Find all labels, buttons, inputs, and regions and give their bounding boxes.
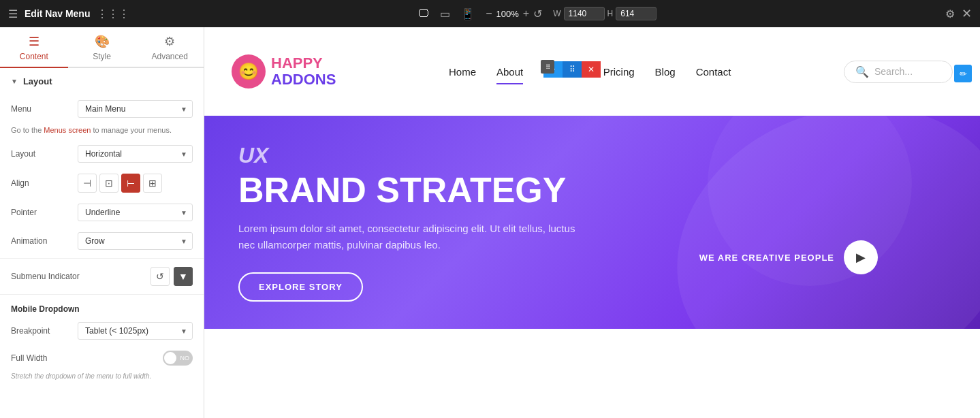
- width-label: W: [553, 9, 560, 18]
- zoom-value: 100%: [496, 9, 519, 19]
- align-row: Align ⊣ ⊡ ⊢ ⊞: [0, 168, 204, 198]
- hero-section: UX BRAND STRATEGY Lorem ipsum dolor sit …: [204, 116, 980, 329]
- mobile-dropdown-title: Mobile Dropdown: [0, 298, 204, 317]
- hint-prefix: Go to the: [11, 126, 44, 134]
- submenu-reset-button[interactable]: ↺: [151, 267, 170, 286]
- pointer-select-wrapper: Underline ▼: [78, 204, 193, 221]
- full-width-row: Full Width NO: [0, 345, 204, 371]
- edit-pen-button[interactable]: ✏: [954, 65, 972, 82]
- advanced-tab-icon: ⚙: [164, 34, 175, 49]
- top-bar-actions: ⚙ ✕: [945, 6, 972, 21]
- zoom-in-button[interactable]: +: [523, 7, 529, 20]
- animation-select-wrapper: Grow ▼: [78, 232, 193, 250]
- align-center-button[interactable]: ⊡: [99, 174, 118, 193]
- full-width-hint: Stretch the dropdown of the menu to full…: [0, 371, 204, 385]
- animation-select[interactable]: Grow: [78, 232, 193, 250]
- nav-item-about[interactable]: About: [496, 63, 523, 80]
- panel-content: ▼ Layout Menu Main Menu ▼ Go to the Menu…: [0, 68, 204, 385]
- align-buttons: ⊣ ⊡ ⊢ ⊞: [78, 174, 162, 193]
- layout-label: Layout: [11, 149, 72, 159]
- nav-item-contact[interactable]: Contact: [696, 63, 731, 80]
- mobile-device-icon[interactable]: 📱: [461, 7, 475, 20]
- tab-advanced-label: Advanced: [151, 52, 187, 61]
- full-width-toggle[interactable]: NO: [163, 351, 193, 366]
- hero-ux: UX: [238, 143, 946, 168]
- align-label: Align: [11, 178, 72, 188]
- layout-select[interactable]: Horizontal: [78, 145, 193, 163]
- pointer-select[interactable]: Underline: [78, 204, 193, 221]
- height-label: H: [607, 9, 614, 18]
- search-box[interactable]: 🔍 Search...: [844, 61, 953, 83]
- layout-section-header[interactable]: ▼ Layout: [0, 68, 204, 95]
- align-left-button[interactable]: ⊣: [78, 174, 97, 193]
- submenu-type-button[interactable]: ▼: [174, 267, 193, 286]
- tablet-device-icon[interactable]: ▭: [440, 7, 450, 20]
- content-tab-icon: ☰: [29, 34, 39, 49]
- search-icon: 🔍: [855, 65, 869, 78]
- nav-item-blog[interactable]: Blog: [655, 63, 676, 80]
- widget-move-button[interactable]: ⠿: [563, 61, 582, 78]
- breakpoint-select[interactable]: Tablet (< 1025px): [78, 322, 193, 340]
- search-placeholder: Search...: [874, 66, 913, 77]
- layout-row: Layout Horizontal ▼: [0, 140, 204, 168]
- grid-icon[interactable]: ⋮⋮⋮: [97, 7, 129, 20]
- align-right-button[interactable]: ⊢: [121, 174, 140, 193]
- hint-suffix: to manage your menus.: [91, 126, 172, 134]
- logo-area: 😊 HAPPY ADDONS: [232, 54, 336, 89]
- tab-content-label: Content: [20, 52, 48, 61]
- zoom-out-button[interactable]: −: [486, 7, 492, 20]
- breakpoint-label: Breakpoint: [11, 326, 72, 336]
- logo-icon: 😊: [232, 54, 266, 89]
- height-input[interactable]: [616, 7, 657, 20]
- widget-delete-button[interactable]: ✕: [582, 61, 601, 78]
- submenu-row: Submenu Indicator ↺ ▼: [0, 261, 204, 291]
- explore-story-button[interactable]: EXPLORE STORY: [238, 272, 363, 302]
- divider-1: [0, 258, 204, 259]
- pointer-label: Pointer: [11, 208, 72, 217]
- main-layout: ☰ Content 🎨 Style ⚙ Advanced ▼ Layout Me…: [0, 27, 980, 418]
- menu-select-wrapper: Main Menu ▼: [78, 100, 193, 118]
- zoom-refresh-button[interactable]: ↺: [533, 7, 542, 20]
- toggle-no-label: NO: [180, 355, 190, 361]
- tab-style-label: Style: [93, 52, 111, 61]
- menus-screen-link[interactable]: Menus screen: [44, 126, 91, 134]
- top-bar-title: Edit Nav Menu: [25, 8, 90, 19]
- style-tab-icon: 🎨: [95, 34, 110, 49]
- logo-text: HAPPY ADDONS: [271, 55, 336, 88]
- pointer-row: Pointer Underline ▼: [0, 198, 204, 227]
- align-justify-button[interactable]: ⊞: [143, 174, 162, 193]
- layout-section-title: Layout: [23, 76, 52, 86]
- tab-style[interactable]: 🎨 Style: [68, 27, 136, 68]
- tab-content[interactable]: ☰ Content: [0, 27, 68, 68]
- widget-handle[interactable]: ⠿: [541, 60, 554, 74]
- full-width-label: Full Width: [11, 353, 157, 363]
- play-label: WE ARE CREATIVE PEOPLE: [699, 253, 834, 263]
- nav-item-home[interactable]: Home: [449, 63, 476, 80]
- settings-icon[interactable]: ⚙: [945, 7, 955, 20]
- top-bar: ☰ Edit Nav Menu ⋮⋮⋮ 🖵 ▭ 📱 − 100% + ↺ W H…: [0, 0, 980, 27]
- divider-2: [0, 294, 204, 295]
- panel-tabs: ☰ Content 🎨 Style ⚙ Advanced: [0, 27, 204, 68]
- hero-title: BRAND STRATEGY: [238, 171, 946, 210]
- tab-advanced[interactable]: ⚙ Advanced: [136, 27, 204, 68]
- logo-happy: HAPPY: [271, 55, 336, 71]
- submenu-label: Submenu Indicator: [11, 272, 145, 281]
- logo-addons: ADDONS: [271, 71, 336, 88]
- nav-item-pricing[interactable]: Pricing: [603, 63, 635, 80]
- hamburger-icon[interactable]: ☰: [8, 7, 18, 20]
- animation-label: Animation: [11, 236, 72, 246]
- close-icon[interactable]: ✕: [962, 6, 972, 21]
- layout-select-wrapper: Horizontal ▼: [78, 145, 193, 163]
- width-input[interactable]: [564, 7, 605, 20]
- logo-emoji: 😊: [238, 62, 259, 81]
- desktop-device-icon[interactable]: 🖵: [418, 7, 429, 20]
- zoom-controls: − 100% + ↺: [486, 7, 542, 20]
- left-panel: ☰ Content 🎨 Style ⚙ Advanced ▼ Layout Me…: [0, 27, 204, 418]
- top-bar-center: 🖵 ▭ 📱 − 100% + ↺ W H: [418, 7, 657, 20]
- play-button[interactable]: ▶: [844, 240, 878, 274]
- animation-row: Animation Grow ▼: [0, 227, 204, 255]
- dimensions-area: W H: [553, 7, 657, 20]
- menu-label: Menu: [11, 104, 72, 114]
- canvas-frame: 😊 HAPPY ADDONS ⠿ + ⠿ ✕: [204, 27, 980, 418]
- menu-select[interactable]: Main Menu: [78, 100, 193, 118]
